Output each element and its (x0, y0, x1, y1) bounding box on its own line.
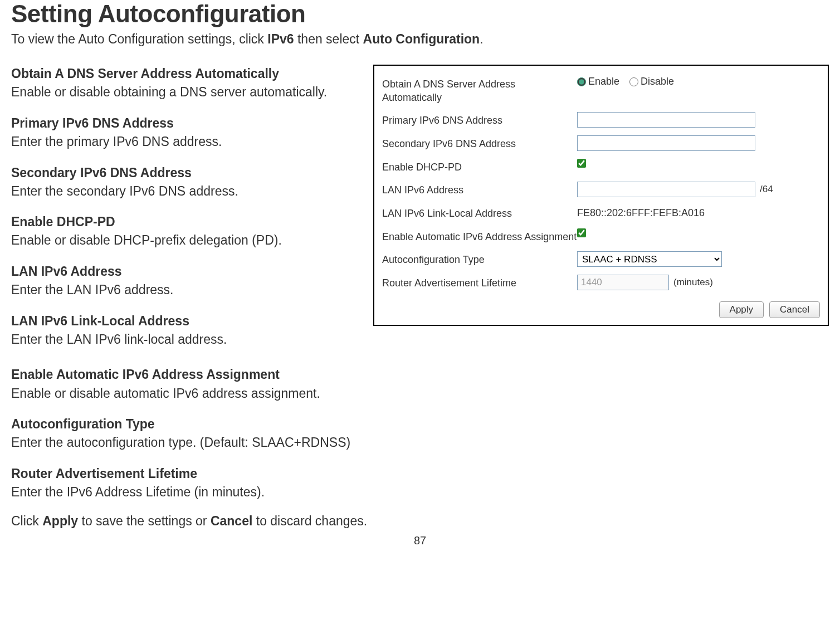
definition-desc: Enable or disable obtaining a DNS server… (11, 82, 356, 102)
definition-term: Router Advertisement Lifetime (11, 465, 829, 482)
label-auto-assign: Enable Automatic IPv6 Address Assignment (382, 228, 577, 243)
input-primary-dns[interactable] (577, 112, 755, 128)
definition-desc: Enter the IPv6 Address Lifetime (in minu… (11, 482, 829, 502)
definition-term: LAN IPv6 Link-Local Address (11, 312, 356, 330)
intro-suffix: . (480, 32, 483, 46)
row-ra-lifetime: Router Advertisement Lifetime (minutes) (382, 275, 820, 290)
definition-term: Obtain A DNS Server Address Automaticall… (11, 65, 356, 82)
row-autoconfig-type: Autoconfiguration Type SLAAC + RDNSS (382, 251, 820, 267)
checkbox-auto-assign[interactable] (577, 228, 586, 237)
intro-ipv6: IPv6 (267, 32, 294, 46)
row-primary-dns: Primary IPv6 DNS Address (382, 112, 820, 128)
footer-note: Click Apply to save the settings or Canc… (11, 514, 829, 529)
definition-desc: Enable or disable DHCP-prefix delegation… (11, 231, 356, 250)
definition-term: Primary IPv6 DNS Address (11, 114, 356, 132)
row-lan-ipv6: LAN IPv6 Address /64 (382, 182, 820, 197)
radio-disable[interactable] (629, 77, 638, 86)
radio-enable-wrap[interactable]: Enable (577, 76, 619, 87)
select-autoconfig-type[interactable]: SLAAC + RDNSS (577, 251, 722, 267)
intro-prefix: To view the Auto Configuration settings,… (11, 32, 267, 46)
lan-ipv6-suffix: /64 (760, 184, 773, 195)
label-ra-lifetime: Router Advertisement Lifetime (382, 275, 577, 290)
row-obtain-dns: Obtain A DNS Server Address Automaticall… (382, 76, 820, 104)
footer-mid: to save the settings or (78, 514, 211, 528)
input-secondary-dns[interactable] (577, 135, 755, 151)
radio-disable-label: Disable (641, 76, 674, 87)
label-link-local: LAN IPv6 Link-Local Address (382, 205, 577, 220)
page-number: 87 (11, 534, 829, 547)
definition-block: Secondary IPv6 DNS Address Enter the sec… (11, 164, 356, 201)
definition-term: LAN IPv6 Address (11, 262, 356, 280)
row-auto-assign: Enable Automatic IPv6 Address Assignment (382, 228, 820, 243)
ra-lifetime-unit: (minutes) (673, 277, 713, 288)
label-primary-dns: Primary IPv6 DNS Address (382, 112, 577, 127)
definition-term: Autoconfiguration Type (11, 415, 829, 433)
footer-suffix: to discard changes. (252, 514, 367, 528)
definition-block: LAN IPv6 Address Enter the LAN IPv6 addr… (11, 262, 356, 300)
definition-term: Enable DHCP-PD (11, 213, 356, 231)
value-link-local: FE80::202:6FFF:FEFB:A016 (577, 205, 705, 219)
intro-mid: then select (294, 32, 363, 46)
label-obtain-dns: Obtain A DNS Server Address Automaticall… (382, 76, 577, 104)
config-panel: Obtain A DNS Server Address Automaticall… (373, 65, 829, 326)
definition-term: Secondary IPv6 DNS Address (11, 164, 356, 182)
definition-block: Obtain A DNS Server Address Automaticall… (11, 65, 356, 102)
footer-apply: Apply (42, 514, 78, 528)
definition-desc: Enable or disable automatic IPv6 address… (11, 384, 829, 403)
definition-term: Enable Automatic IPv6 Address Assignment (11, 365, 829, 383)
radio-enable[interactable] (577, 77, 586, 86)
radio-disable-wrap[interactable]: Disable (629, 76, 674, 87)
row-dhcp-pd: Enable DHCP-PD (382, 159, 820, 174)
definition-desc: Enter the LAN IPv6 link-local address. (11, 330, 356, 349)
label-dhcp-pd: Enable DHCP-PD (382, 159, 577, 174)
definition-block: Autoconfiguration Type Enter the autocon… (11, 415, 829, 452)
label-autoconfig-type: Autoconfiguration Type (382, 251, 577, 266)
definition-desc: Enter the primary IPv6 DNS address. (11, 132, 356, 152)
checkbox-dhcp-pd[interactable] (577, 159, 586, 168)
cancel-button[interactable]: Cancel (769, 301, 820, 318)
input-lan-ipv6[interactable] (577, 182, 755, 197)
definition-desc: Enter the secondary IPv6 DNS address. (11, 182, 356, 201)
page-title: Setting Autoconfiguration (11, 0, 829, 28)
definition-block: Enable Automatic IPv6 Address Assignment… (11, 365, 829, 403)
label-lan-ipv6: LAN IPv6 Address (382, 182, 577, 197)
intro-auto-config: Auto Configuration (363, 32, 480, 46)
intro-text: To view the Auto Configuration settings,… (11, 30, 829, 48)
definition-block: Enable DHCP-PD Enable or disable DHCP-pr… (11, 213, 356, 250)
label-secondary-dns: Secondary IPv6 DNS Address (382, 135, 577, 150)
row-link-local: LAN IPv6 Link-Local Address FE80::202:6F… (382, 205, 820, 220)
apply-button[interactable]: Apply (719, 301, 764, 318)
row-secondary-dns: Secondary IPv6 DNS Address (382, 135, 820, 151)
definition-desc: Enter the autoconfiguration type. (Defau… (11, 433, 829, 452)
definition-block: Router Advertisement Lifetime Enter the … (11, 465, 829, 502)
definition-block: Primary IPv6 DNS Address Enter the prima… (11, 114, 356, 152)
footer-cancel: Cancel (211, 514, 252, 528)
footer-prefix: Click (11, 514, 42, 528)
input-ra-lifetime[interactable] (577, 275, 669, 290)
radio-enable-label: Enable (588, 76, 619, 87)
definition-desc: Enter the LAN IPv6 address. (11, 280, 356, 300)
definition-block: LAN IPv6 Link-Local Address Enter the LA… (11, 312, 356, 349)
